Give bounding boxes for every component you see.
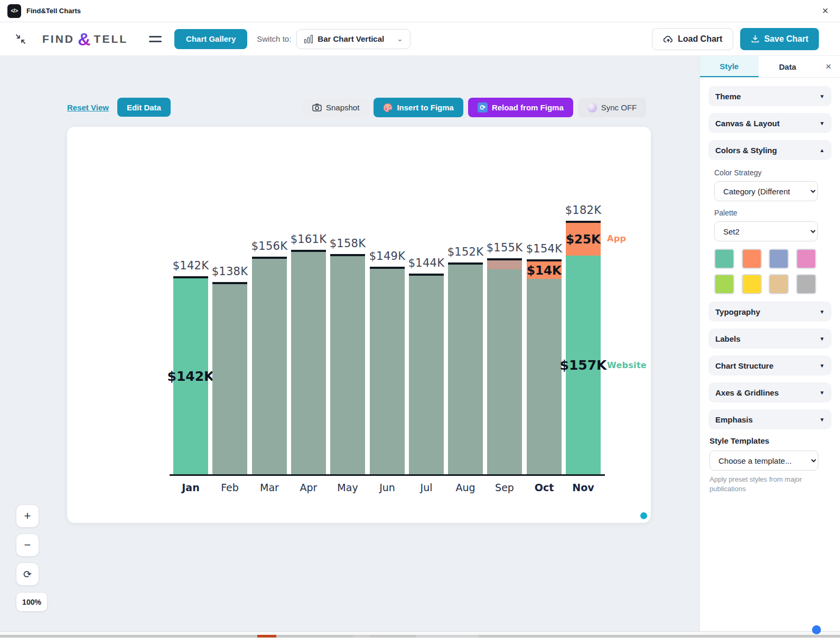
logo-ampersand: &: [78, 30, 91, 48]
window-title: Find&Tell Charts: [26, 7, 81, 15]
bar-May[interactable]: [330, 254, 365, 474]
chart-canvas[interactable]: $142K$142KJan$138KFeb$156KMar$161KApr$15…: [67, 127, 651, 523]
sync-toggle-button[interactable]: Sync OFF: [578, 98, 647, 117]
bar-segment-app[interactable]: [487, 260, 522, 269]
color-swatch[interactable]: [742, 249, 762, 269]
bar-Sep[interactable]: [487, 258, 522, 474]
style-sidebar: Style Data × Theme▼ Canvas & Layout▼ Col…: [699, 56, 840, 631]
bar-segment-app[interactable]: $25K: [566, 223, 601, 256]
x-axis-label-Jun: Jun: [366, 482, 408, 493]
bar-segment-website[interactable]: [527, 279, 562, 474]
x-axis-label-Mar: Mar: [248, 482, 291, 493]
chart-gallery-button[interactable]: Chart Gallery: [174, 29, 247, 49]
bar-Mar[interactable]: [252, 257, 287, 474]
insert-to-figma-button[interactable]: Insert to Figma: [374, 98, 463, 117]
accordion-theme[interactable]: Theme▼: [708, 86, 832, 106]
palette-icon: [383, 103, 393, 112]
color-strategy-select[interactable]: Category (Different: [714, 181, 818, 201]
bar-Aug[interactable]: [448, 262, 483, 474]
palette-select[interactable]: Set2: [714, 221, 818, 241]
bar-Jun[interactable]: [370, 267, 405, 474]
bar-segment-website[interactable]: [487, 269, 522, 474]
collapse-icon[interactable]: [14, 32, 27, 46]
color-swatch[interactable]: [796, 249, 816, 269]
save-chart-button[interactable]: Save Chart: [740, 28, 819, 50]
palette-label: Palette: [714, 209, 830, 217]
page-resize-handle[interactable]: [812, 625, 821, 634]
color-swatch[interactable]: [769, 249, 789, 269]
zoom-out-button[interactable]: −: [16, 533, 39, 557]
bar-segment-website[interactable]: [330, 256, 365, 474]
palette-swatches: [714, 249, 818, 294]
style-template-select[interactable]: Choose a template...: [710, 451, 818, 471]
accordion-typography[interactable]: Typography▼: [708, 302, 832, 322]
snapshot-button[interactable]: Snapshot: [303, 98, 369, 117]
bar-Oct[interactable]: $14K: [527, 259, 562, 474]
bar-segment-website[interactable]: [252, 259, 287, 474]
triangle-icon: ▼: [819, 336, 825, 342]
color-swatch[interactable]: [769, 274, 789, 294]
bar-Apr[interactable]: [291, 250, 326, 474]
bar-segment-website[interactable]: [448, 265, 483, 474]
sidebar-close-icon[interactable]: ×: [817, 56, 840, 77]
taskbar-edge: [0, 635, 840, 637]
bar-chart-icon: [304, 35, 313, 43]
app-value-label: $25K: [566, 232, 601, 246]
bar-Feb[interactable]: [212, 282, 247, 474]
bar-segment-website[interactable]: [212, 284, 247, 474]
window-close-icon[interactable]: ×: [822, 5, 828, 16]
brand-logo: FIND & TELL: [42, 30, 128, 48]
bar-Jul[interactable]: [409, 274, 444, 474]
bar-segment-website[interactable]: $142K: [173, 278, 208, 474]
accordion-labels[interactable]: Labels▼: [708, 329, 832, 349]
tab-style[interactable]: Style: [700, 56, 759, 77]
triangle-icon: ▼: [819, 390, 825, 396]
triangle-icon: ▼: [819, 363, 825, 369]
logo-tell: TELL: [94, 33, 128, 45]
menu-icon[interactable]: [149, 36, 162, 42]
load-chart-button[interactable]: Load Chart: [652, 28, 733, 50]
accordion-emphasis[interactable]: Emphasis▼: [708, 409, 832, 429]
camera-icon: [312, 104, 322, 111]
zoom-level-badge[interactable]: 100%: [16, 592, 48, 612]
bar-total-label: $138K: [201, 265, 259, 278]
reset-view-link[interactable]: Reset View: [67, 103, 109, 112]
series-label-app: App: [607, 233, 626, 243]
bar-segment-app[interactable]: $14K: [527, 261, 562, 279]
color-swatch[interactable]: [714, 249, 734, 269]
canvas-resize-handle[interactable]: [640, 512, 647, 519]
reload-from-figma-button[interactable]: ⟳ Reload from Figma: [468, 98, 573, 117]
zoom-reset-button[interactable]: ⟳: [16, 562, 39, 586]
color-swatch[interactable]: [796, 274, 816, 294]
style-templates-label: Style Templates: [710, 436, 832, 445]
bar-total-label: $182K: [554, 204, 612, 217]
bar-segment-website[interactable]: [370, 269, 405, 474]
bar-chart: $142K$142KJan$138KFeb$156KMar$161KApr$15…: [67, 127, 651, 523]
accordion-colors-styling[interactable]: Colors & Styling▲: [708, 140, 832, 160]
accordion-chart-structure[interactable]: Chart Structure▼: [708, 355, 832, 376]
edit-data-button[interactable]: Edit Data: [117, 98, 171, 117]
bar-segment-website[interactable]: [409, 276, 444, 474]
chart-type-dropdown[interactable]: Bar Chart Vertical ⌄: [296, 29, 410, 49]
app-icon: </>: [7, 4, 21, 18]
x-axis-label-Nov: Nov: [562, 482, 604, 493]
bar-total-label: $154K: [515, 242, 573, 255]
color-swatch[interactable]: [742, 274, 762, 294]
x-axis-label-May: May: [326, 482, 369, 493]
zoom-in-button[interactable]: +: [16, 504, 39, 528]
window-titlebar: </> Find&Tell Charts ×: [0, 0, 840, 22]
cloud-upload-icon: [663, 35, 674, 43]
app-header: FIND & TELL Chart Gallery Switch to: Bar…: [0, 22, 840, 56]
triangle-icon: ▼: [819, 417, 825, 423]
website-value-label: $142K: [167, 369, 214, 384]
bar-Jan[interactable]: $142K: [173, 276, 208, 474]
x-axis-line: [170, 474, 605, 476]
accordion-axes-gridlines[interactable]: Axes & Gridlines▼: [708, 382, 832, 402]
bar-segment-website[interactable]: $157K: [566, 256, 601, 474]
tab-data[interactable]: Data: [759, 56, 817, 77]
bar-Nov[interactable]: $25K$157K: [566, 221, 601, 474]
accordion-canvas-layout[interactable]: Canvas & Layout▼: [708, 113, 832, 133]
triangle-icon: ▲: [819, 147, 825, 153]
bar-segment-website[interactable]: [291, 252, 326, 474]
color-swatch[interactable]: [714, 274, 734, 294]
